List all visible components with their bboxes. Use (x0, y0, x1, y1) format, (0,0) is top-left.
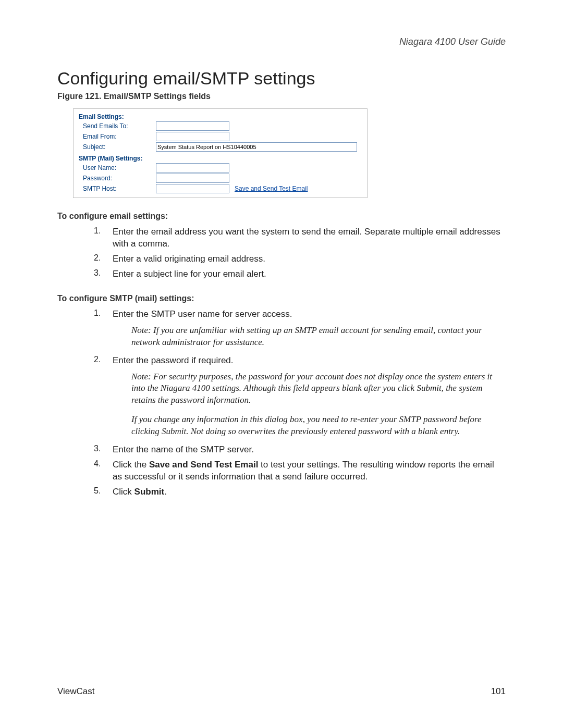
step-number: 1. (94, 226, 113, 250)
password-label: Password: (79, 175, 156, 182)
running-header: Niagara 4100 User Guide (57, 36, 506, 47)
username-input[interactable] (156, 163, 229, 172)
smtp-host-label: SMTP Host: (79, 185, 156, 192)
step-text-bold: Save and Send Test Email (149, 460, 258, 470)
list-item: 3. Enter the name of the SMTP server. (94, 444, 506, 456)
step-note: Note: For security purposes, the passwor… (131, 372, 492, 405)
subject-input[interactable] (156, 142, 357, 152)
step-note: Note: If you are unfamiliar with setting… (131, 325, 482, 347)
email-settings-heading: To configure email settings: (57, 212, 506, 221)
step-text-post: . (164, 487, 167, 497)
settings-panel: Email Settings: Send Emails To: Email Fr… (73, 108, 368, 198)
step-text: Enter the password if required. (113, 355, 234, 365)
step-text: Enter the name of the SMTP server. (113, 444, 506, 456)
page: Niagara 4100 User Guide Configuring emai… (0, 0, 563, 728)
send-to-input[interactable] (156, 121, 229, 131)
step-text: Enter a valid originating email address. (113, 253, 506, 265)
figure-caption: Figure 121. Email/SMTP Settings fields (57, 92, 506, 101)
footer-page-number: 101 (491, 686, 506, 697)
step-number: 4. (94, 459, 113, 483)
list-item: 1. Enter the email address you want the … (94, 226, 506, 250)
page-footer: ViewCast 101 (57, 686, 506, 697)
list-item: 2. Enter a valid originating email addre… (94, 253, 506, 265)
row-smtp-host: SMTP Host: Save and Send Test Email (79, 184, 362, 193)
step-note: If you change any information in this di… (131, 414, 482, 436)
step-text-bold: Submit (134, 487, 165, 497)
row-password: Password: (79, 174, 362, 183)
page-title: Configuring email/SMTP settings (57, 68, 506, 89)
step-body: Enter the SMTP user name for server acce… (113, 309, 506, 352)
smtp-settings-heading: To configure SMTP (mail) settings: (57, 294, 506, 303)
smtp-settings-group-label: SMTP (Mail) Settings: (79, 155, 362, 162)
save-send-test-link[interactable]: Save and Send Test Email (235, 185, 308, 192)
email-from-label: Email From: (79, 133, 156, 140)
list-item: 4. Click the Save and Send Test Email to… (94, 459, 506, 483)
step-number: 2. (94, 253, 113, 265)
step-body: Enter the password if required. Note: Fo… (113, 355, 506, 441)
row-email-from: Email From: (79, 132, 362, 141)
username-label: User Name: (79, 164, 156, 171)
password-input[interactable] (156, 174, 229, 183)
step-text: Enter the email address you want the sys… (113, 226, 506, 250)
step-body: Click the Save and Send Test Email to te… (113, 459, 506, 483)
email-from-input[interactable] (156, 132, 229, 141)
smtp-host-input[interactable] (156, 184, 229, 193)
step-body: Click Submit. (113, 486, 506, 498)
row-username: User Name: (79, 163, 362, 172)
list-item: 1. Enter the SMTP user name for server a… (94, 309, 506, 352)
list-item: 3. Enter a subject line for your email a… (94, 268, 506, 280)
send-to-label: Send Emails To: (79, 122, 156, 130)
step-text-pre: Click (113, 487, 134, 497)
step-text: Enter a subject line for your email aler… (113, 268, 506, 280)
step-number: 5. (94, 486, 113, 498)
row-subject: Subject: (79, 142, 362, 152)
email-steps: 1. Enter the email address you want the … (57, 226, 506, 280)
email-settings-group-label: Email Settings: (79, 113, 362, 120)
step-number: 3. (94, 268, 113, 280)
subject-label: Subject: (79, 143, 156, 151)
step-number: 1. (94, 309, 113, 352)
smtp-steps: 1. Enter the SMTP user name for server a… (57, 309, 506, 498)
step-number: 2. (94, 355, 113, 441)
step-text-pre: Click the (113, 460, 149, 470)
list-item: 2. Enter the password if required. Note:… (94, 355, 506, 441)
step-number: 3. (94, 444, 113, 456)
step-text: Enter the SMTP user name for server acce… (113, 309, 292, 319)
list-item: 5. Click Submit. (94, 486, 506, 498)
footer-left: ViewCast (57, 686, 95, 697)
row-send-to: Send Emails To: (79, 121, 362, 131)
